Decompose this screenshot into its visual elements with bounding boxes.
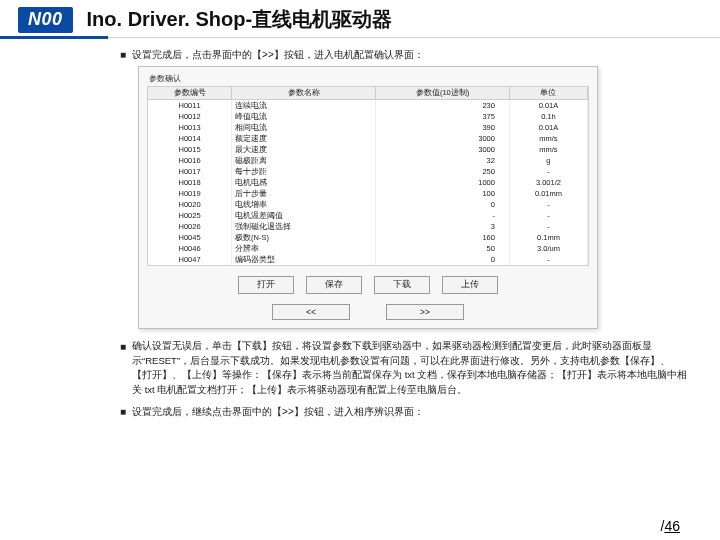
cell-id: H0045 [148, 232, 232, 243]
table-row: H0017每十步距250- [148, 166, 588, 177]
cell-value: 390 [376, 122, 510, 133]
cell-id: H0013 [148, 122, 232, 133]
cell-name: 分辨率 [232, 243, 376, 254]
table-row: H0025电机温差阈值-- [148, 210, 588, 221]
page-title: Ino. Driver. Shop-直线电机驱动器 [87, 6, 393, 33]
table-row: H0011连续电流2300.01A [148, 100, 588, 112]
cell-value: 50 [376, 243, 510, 254]
cell-unit: 0.01A [509, 122, 587, 133]
cell-value: 32 [376, 155, 510, 166]
col-id: 参数编号 [148, 87, 232, 100]
open-button[interactable]: 打开 [238, 276, 294, 294]
cell-unit: mm/s [509, 144, 587, 155]
cell-name: 后十步量 [232, 188, 376, 199]
save-button[interactable]: 保存 [306, 276, 362, 294]
cell-unit: 0.01mm [509, 188, 587, 199]
bullet-icon: ■ [120, 340, 126, 354]
cell-id: H0026 [148, 221, 232, 232]
col-name: 参数名称 [232, 87, 376, 100]
cell-unit: mm/s [509, 133, 587, 144]
page-number: 46 [664, 518, 680, 534]
cell-unit: - [509, 254, 587, 265]
cell-name: 极数(N-S) [232, 232, 376, 243]
cell-name: 每十步距 [232, 166, 376, 177]
cell-value: 1000 [376, 177, 510, 188]
table-row: H0018电机电感10003.001/2 [148, 177, 588, 188]
cell-unit: 0.1mm [509, 232, 587, 243]
header-rule [108, 37, 720, 38]
download-button[interactable]: 下载 [374, 276, 430, 294]
logo-badge: N00 [18, 7, 73, 33]
bullet-icon: ■ [120, 405, 126, 419]
table-row: H0026强制磁化退选择3- [148, 221, 588, 232]
table-row: H0015最大速度3000mm/s [148, 144, 588, 155]
next-button[interactable]: >> [386, 304, 464, 320]
intro-text-1: 设置完成后，点击界面中的【>>】按钮，进入电机配置确认界面： [132, 47, 424, 62]
explain-paragraph: 确认设置无误后，单击【下载】按钮，将设置参数下载到驱动器中，如果驱动器检测到配置… [132, 339, 690, 398]
cell-name: 强制磁化退选择 [232, 221, 376, 232]
cell-value: 160 [376, 232, 510, 243]
cell-name: 峰值电流 [232, 111, 376, 122]
cell-value: 230 [376, 100, 510, 112]
cell-id: H0025 [148, 210, 232, 221]
table-row: H0046分辨率503.0/um [148, 243, 588, 254]
cell-unit: 0.01A [509, 100, 587, 112]
intro-text-2: 设置完成后，继续点击界面中的【>>】按钮，进入相序辨识界面： [132, 404, 424, 419]
cell-id: H0015 [148, 144, 232, 155]
table-row: H0045极数(N-S)1600.1mm [148, 232, 588, 243]
cell-name: 编码器类型 [232, 254, 376, 265]
cell-value: 250 [376, 166, 510, 177]
cell-unit: - [509, 166, 587, 177]
cell-id: H0019 [148, 188, 232, 199]
table-row: H0020电线增率0- [148, 199, 588, 210]
cell-value: 3000 [376, 133, 510, 144]
table-row: H0014额定速度3000mm/s [148, 133, 588, 144]
cell-id: H0016 [148, 155, 232, 166]
cell-value: 0 [376, 199, 510, 210]
cell-name: 相间电流 [232, 122, 376, 133]
cell-value: 3 [376, 221, 510, 232]
cell-name: 电机温差阈值 [232, 210, 376, 221]
table-row: H0019后十步量1000.01mm [148, 188, 588, 199]
cell-name: 额定速度 [232, 133, 376, 144]
cell-unit: - [509, 199, 587, 210]
cell-unit: 3.0/um [509, 243, 587, 254]
upload-button[interactable]: 上传 [442, 276, 498, 294]
cell-unit: g [509, 155, 587, 166]
cell-unit: - [509, 221, 587, 232]
cell-unit: - [509, 210, 587, 221]
param-table: 参数编号 参数名称 参数值(10进制) 单位 H0011连续电流2300.01A… [148, 87, 588, 265]
cell-value: - [376, 210, 510, 221]
table-row: H0047编码器类型0- [148, 254, 588, 265]
cell-id: H0020 [148, 199, 232, 210]
cell-unit: 0.1h [509, 111, 587, 122]
col-value: 参数值(10进制) [376, 87, 510, 100]
cell-name: 电线增率 [232, 199, 376, 210]
cell-value: 3000 [376, 144, 510, 155]
bullet-icon: ■ [120, 48, 126, 62]
cell-value: 0 [376, 254, 510, 265]
cell-id: H0011 [148, 100, 232, 112]
table-row: H0013相间电流3900.01A [148, 122, 588, 133]
header-rule-accent [0, 36, 108, 39]
param-confirm-window: 参数确认 参数编号 参数名称 参数值(10进制) 单位 H0011连续电流230… [138, 66, 598, 329]
table-row: H0012峰值电流3750.1h [148, 111, 588, 122]
table-row: H0016磁极距离32g [148, 155, 588, 166]
cell-id: H0012 [148, 111, 232, 122]
cell-unit: 3.001/2 [509, 177, 587, 188]
cell-id: H0018 [148, 177, 232, 188]
cell-name: 最大速度 [232, 144, 376, 155]
cell-value: 375 [376, 111, 510, 122]
cell-id: H0017 [148, 166, 232, 177]
group-label: 参数确认 [147, 71, 589, 86]
cell-name: 磁极距离 [232, 155, 376, 166]
col-unit: 单位 [509, 87, 587, 100]
cell-value: 100 [376, 188, 510, 199]
cell-id: H0047 [148, 254, 232, 265]
page-footer: /46 [661, 518, 680, 534]
cell-id: H0014 [148, 133, 232, 144]
prev-button[interactable]: << [272, 304, 350, 320]
cell-id: H0046 [148, 243, 232, 254]
cell-name: 电机电感 [232, 177, 376, 188]
cell-name: 连续电流 [232, 100, 376, 112]
